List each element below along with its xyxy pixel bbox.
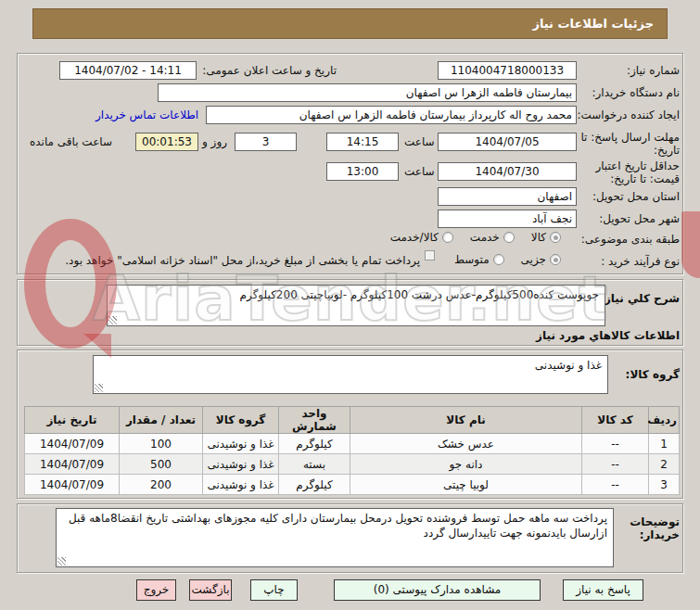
goods-group-label: گروه کالا: xyxy=(626,368,680,381)
radio-service-icon[interactable] xyxy=(503,232,515,243)
print-button[interactable]: چاپ xyxy=(250,579,298,601)
back-button[interactable]: بازگشت xyxy=(189,579,232,601)
watermark-logo-right xyxy=(681,211,700,278)
buyer-notes-field[interactable]: پرداخت سه ماهه حمل توسط فروشنده تحویل در… xyxy=(56,508,614,567)
radio-goods-icon[interactable] xyxy=(550,232,561,243)
classification-options: کالا خدمت کالا/خدمت xyxy=(390,231,561,244)
cell-row-number: 1 xyxy=(649,434,680,454)
cell-item-name: دانه جو xyxy=(350,454,582,475)
process-type-label: نوع فرآیند خرید : xyxy=(601,255,680,268)
col-need-date: تاریخ نیاز xyxy=(25,407,120,434)
reply-deadline-date-field[interactable]: 1404/07/05 xyxy=(438,133,577,151)
process-option-minor[interactable]: جزیی xyxy=(521,253,561,266)
price-validity-time-field[interactable]: 13:00 xyxy=(326,162,399,181)
buyer-contact-link[interactable]: اطلاعات تماس خریدار xyxy=(95,108,198,121)
classification-label: طبقه بندی موضوعی: xyxy=(581,233,680,246)
price-validity-date-field[interactable]: 1404/07/30 xyxy=(438,162,577,181)
buyer-notes-text: پرداخت سه ماهه حمل توسط فروشنده تحویل در… xyxy=(69,512,607,540)
radio-medium-icon[interactable] xyxy=(493,254,504,265)
delivery-province-field[interactable]: اصفهان xyxy=(438,187,577,206)
respond-to-need-button[interactable]: پاسخ به نیاز xyxy=(563,579,643,601)
description-field[interactable]: جوپوست کنده500کیلوگرم-عدس درشت 100کیلوگر… xyxy=(107,285,605,326)
cell-need-date: 1404/07/09 xyxy=(25,454,120,475)
col-row-number: ردیف xyxy=(649,407,680,434)
goods-section-header: اطلاعات کالاهاي مورد نیاز xyxy=(536,329,680,342)
goods-table-header-row: ردیف کد کالا نام کالا واحد شمارش گروه کا… xyxy=(25,407,680,434)
cell-row-number: 3 xyxy=(649,475,680,495)
cell-quantity: 200 xyxy=(120,475,203,495)
requester-field[interactable]: محمد روح اله کارپرداز بیمارستان فاطمه ال… xyxy=(206,106,577,124)
cell-item-code: -- xyxy=(582,454,649,475)
cell-row-number: 2 xyxy=(649,454,680,475)
announce-datetime-field[interactable]: 1404/07/02 - 14:11 xyxy=(59,61,197,80)
reply-deadline-hour-label: ساعت xyxy=(404,135,435,148)
classification-option-goods-service[interactable]: کالا/خدمت xyxy=(390,231,453,244)
classification-option-goods-label: کالا xyxy=(531,231,546,244)
cell-unit: کیلوگرم xyxy=(279,475,350,495)
cell-quantity: 500 xyxy=(120,454,203,475)
classification-option-goods[interactable]: کالا xyxy=(531,231,561,244)
goods-group-text: غذا و نوشیدنی xyxy=(535,359,602,372)
description-label: شرح کلي نیاز: xyxy=(600,292,680,305)
reply-deadline-time-field[interactable]: 14:15 xyxy=(326,133,399,151)
resize-grip-icon xyxy=(95,384,103,392)
cell-need-date: 1404/07/09 xyxy=(25,475,120,495)
col-item-name: نام کالا xyxy=(350,407,582,434)
price-validity-hour-label: ساعت xyxy=(404,165,435,178)
treasury-checkbox[interactable] xyxy=(425,250,435,261)
remaining-days-field[interactable]: 3 xyxy=(235,133,297,151)
cell-group: غذا و نوشیدنی xyxy=(203,454,279,475)
cell-item-code: -- xyxy=(582,475,649,495)
radio-minor-icon[interactable] xyxy=(550,254,561,265)
delivery-city-field[interactable]: نجف آباد xyxy=(438,210,577,228)
classification-option-service-label: خدمت xyxy=(470,231,500,244)
requester-label: ایجاد کننده درخواست: xyxy=(577,108,680,121)
need-number-label: شماره نیاز: xyxy=(627,64,680,77)
process-option-medium-label: متوسط xyxy=(454,253,490,266)
cell-unit: بسته xyxy=(279,454,350,475)
col-group: گروه کالا xyxy=(203,407,279,434)
cell-item-name: لوبیا چیتی xyxy=(350,475,582,495)
buyer-org-field[interactable]: بیمارستان فاطمه الزهرا س اصفهان xyxy=(158,83,577,102)
classification-option-goods-service-label: کالا/خدمت xyxy=(390,231,439,244)
process-type-options: جزیی متوسط xyxy=(454,253,561,266)
price-validity-label: حداقل تاریخ اعتبار قیمت: تا تاریخ: xyxy=(579,159,680,185)
announce-datetime-label: تاریخ و ساعت اعلان عمومی: xyxy=(202,64,337,77)
resize-grip-icon xyxy=(57,557,66,566)
cell-item-name: عدس خشک xyxy=(350,434,582,454)
remaining-time-field: 00:01:53 xyxy=(135,133,198,151)
table-row[interactable]: 1 -- عدس خشک کیلوگرم غذا و نوشیدنی 100 1… xyxy=(25,434,680,454)
buyer-notes-label: توضیحات خریدار: xyxy=(622,515,680,541)
reply-deadline-label: مهلت ارسال پاسخ: تا تاریخ: xyxy=(579,131,680,157)
need-number-field[interactable]: 1104004718000133 xyxy=(438,61,577,80)
goods-table: ردیف کد کالا نام کالا واحد شمارش گروه کا… xyxy=(24,406,680,495)
remaining-suffix-label: ساعت باقی مانده xyxy=(30,135,112,148)
need-details-page: { "watermark": "AriaTender.net", "title_… xyxy=(0,0,700,610)
exit-button[interactable]: خروج xyxy=(136,579,176,601)
cell-group: غذا و نوشیدنی xyxy=(203,434,279,454)
remaining-days-label: روز و xyxy=(202,135,227,148)
cell-need-date: 1404/07/09 xyxy=(25,434,120,454)
cell-item-code: -- xyxy=(582,434,649,454)
table-row[interactable]: 3 -- لوبیا چیتی کیلوگرم غذا و نوشیدنی 20… xyxy=(25,475,680,495)
resize-grip-icon xyxy=(108,316,117,324)
view-attached-docs-button[interactable]: مشاهده مدارک پیوستی (0) xyxy=(334,579,541,601)
treasury-checkbox-label: پرداخت تمام یا بخشی از مبلغ خرید،از محل … xyxy=(23,254,420,267)
buyer-org-label: نام دستگاه خریدار: xyxy=(592,86,681,99)
delivery-city-label: شهر محل تحویل: xyxy=(599,212,680,225)
page-title: جزئیات اطلاعات نیاز xyxy=(32,8,668,39)
delivery-province-label: استان محل تحویل: xyxy=(592,190,680,203)
process-option-minor-label: جزیی xyxy=(521,253,546,266)
cell-unit: کیلوگرم xyxy=(279,434,350,454)
goods-group-field[interactable]: غذا و نوشیدنی xyxy=(93,355,608,394)
table-row[interactable]: 2 -- دانه جو بسته غذا و نوشیدنی 500 1404… xyxy=(25,454,680,475)
col-quantity: تعداد / مقدار xyxy=(120,407,203,434)
cell-group: غذا و نوشیدنی xyxy=(203,475,279,495)
col-unit: واحد شمارش xyxy=(279,407,350,434)
cell-quantity: 100 xyxy=(120,434,203,454)
process-option-medium[interactable]: متوسط xyxy=(454,253,504,266)
col-item-code: کد کالا xyxy=(582,407,649,434)
radio-goods-service-icon[interactable] xyxy=(442,232,453,243)
description-text: جوپوست کنده500کیلوگرم-عدس درشت 100کیلوگر… xyxy=(240,288,599,301)
classification-option-service[interactable]: خدمت xyxy=(470,231,515,244)
